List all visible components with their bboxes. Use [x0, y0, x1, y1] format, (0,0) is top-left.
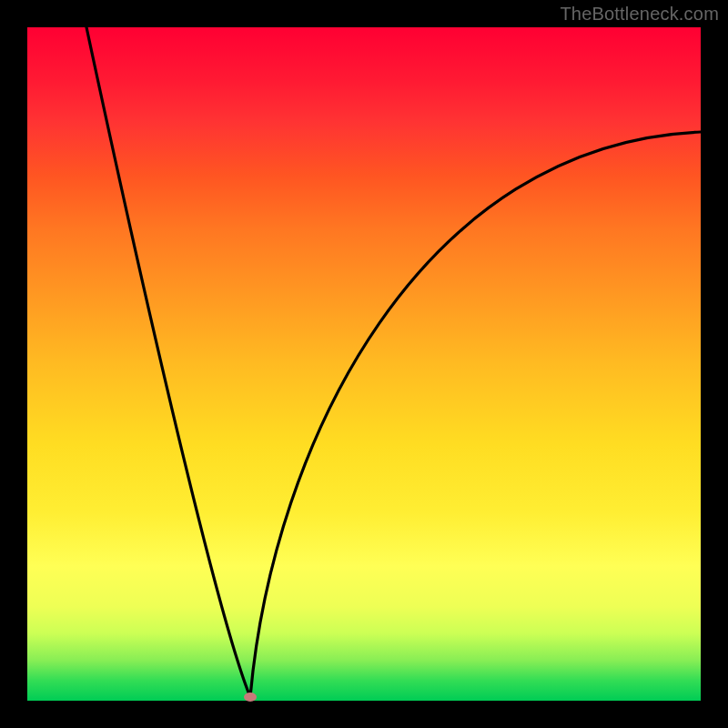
plot-area — [27, 27, 701, 701]
bottleneck-curve — [27, 27, 701, 701]
watermark-text: TheBottleneck.com — [560, 4, 719, 25]
chart-container: TheBottleneck.com — [0, 0, 728, 728]
valley-marker — [244, 693, 257, 702]
